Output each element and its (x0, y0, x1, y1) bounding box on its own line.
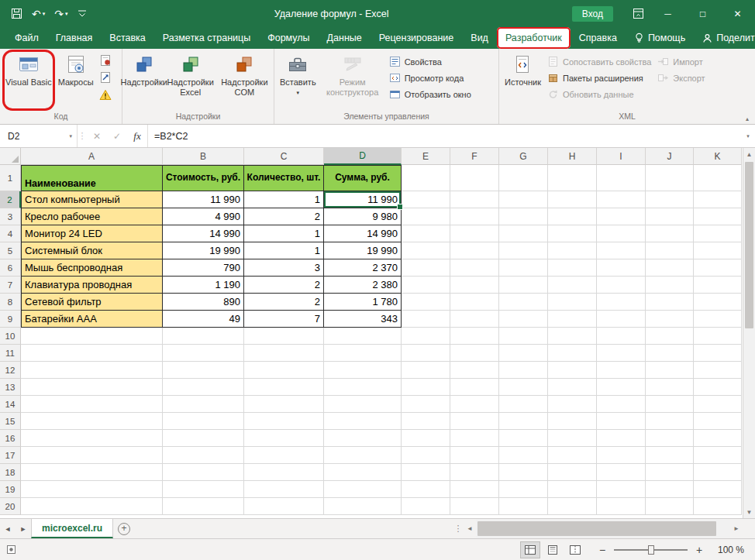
cell-H9[interactable] (548, 311, 597, 328)
cell-I12[interactable] (597, 362, 646, 379)
cell-F8[interactable] (450, 294, 499, 311)
cell-I8[interactable] (597, 294, 646, 311)
cell-K4[interactable] (694, 225, 742, 242)
customize-qat-button[interactable] (73, 4, 91, 24)
cell-I11[interactable] (597, 345, 646, 362)
cell-F15[interactable] (450, 413, 499, 430)
cell-H20[interactable] (548, 498, 597, 515)
cell-B12[interactable] (163, 362, 244, 379)
vscroll-track[interactable] (743, 160, 755, 506)
undo-button[interactable]: ↶ ▾ (27, 4, 50, 24)
expansion-packs-button[interactable]: Пакеты расширения (544, 70, 654, 86)
cell-D16[interactable] (324, 430, 402, 447)
row-header-20[interactable]: 20 (0, 498, 21, 515)
cell-C8[interactable]: 2 (244, 294, 324, 311)
cell-F5[interactable] (450, 242, 499, 259)
tab-review[interactable]: Рецензирование (371, 27, 463, 49)
cell-J9[interactable] (646, 311, 694, 328)
zoom-out-button[interactable]: − (598, 544, 607, 556)
cell-C17[interactable] (244, 447, 324, 464)
cell-K10[interactable] (694, 328, 742, 345)
cell-I10[interactable] (597, 328, 646, 345)
cell-H16[interactable] (548, 430, 597, 447)
cell-E20[interactable] (402, 498, 450, 515)
cell-G5[interactable] (499, 242, 548, 259)
cell-E5[interactable] (402, 242, 450, 259)
cell-A10[interactable] (21, 328, 163, 345)
cell-G13[interactable] (499, 379, 548, 396)
cell-E3[interactable] (402, 208, 450, 225)
cell-J20[interactable] (646, 498, 694, 515)
cell-D19[interactable] (324, 481, 402, 498)
cell-G3[interactable] (499, 208, 548, 225)
cell-D7[interactable]: 2 380 (324, 277, 402, 294)
tab-insert[interactable]: Вставка (101, 27, 153, 49)
cell-F2[interactable] (450, 191, 499, 208)
cell-E1[interactable] (402, 165, 450, 191)
cell-K5[interactable] (694, 242, 742, 259)
row-header-19[interactable]: 19 (0, 481, 21, 498)
column-header-G[interactable]: G (499, 148, 548, 165)
tab-data[interactable]: Данные (319, 27, 371, 49)
cell-D11[interactable] (324, 345, 402, 362)
cell-F18[interactable] (450, 464, 499, 481)
cell-H18[interactable] (548, 464, 597, 481)
redo-button[interactable]: ↷ ▾ (50, 4, 72, 24)
row-header-15[interactable]: 15 (0, 413, 21, 430)
cell-E7[interactable] (402, 277, 450, 294)
insert-function-button[interactable]: fx (127, 125, 147, 147)
column-header-B[interactable]: B (163, 148, 244, 165)
cell-D6[interactable]: 2 370 (324, 259, 402, 277)
cell-G4[interactable] (499, 225, 548, 242)
zoom-slider-thumb[interactable] (648, 545, 654, 555)
collapse-ribbon-button[interactable]: ▴ (746, 115, 749, 122)
cell-A11[interactable] (21, 345, 163, 362)
row-header-1[interactable]: 1 (0, 165, 21, 191)
confirm-entry-button[interactable]: ✓ (107, 125, 127, 147)
cell-F6[interactable] (450, 259, 499, 277)
run-dialog-button[interactable]: Отобразить окно (386, 86, 474, 102)
cell-B3[interactable]: 4 990 (163, 208, 244, 225)
cell-F14[interactable] (450, 396, 499, 413)
tab-share[interactable]: Поделиться (694, 27, 755, 49)
cell-G20[interactable] (499, 498, 548, 515)
cell-D14[interactable] (324, 396, 402, 413)
cell-K19[interactable] (694, 481, 742, 498)
cell-B13[interactable] (163, 379, 244, 396)
cell-K3[interactable] (694, 208, 742, 225)
cell-B19[interactable] (163, 481, 244, 498)
cell-A5[interactable]: Системный блок (21, 242, 163, 259)
cell-J11[interactable] (646, 345, 694, 362)
cell-A16[interactable] (21, 430, 163, 447)
cell-C12[interactable] (244, 362, 324, 379)
cell-B1[interactable]: Стоимость, руб. (163, 165, 244, 191)
row-header-2[interactable]: 2 (0, 191, 21, 208)
cell-H11[interactable] (548, 345, 597, 362)
cell-B2[interactable]: 11 990 (163, 191, 244, 208)
cell-H17[interactable] (548, 447, 597, 464)
cell-J17[interactable] (646, 447, 694, 464)
addins-button[interactable]: Надстройки (125, 50, 164, 111)
properties-button[interactable]: Свойства (386, 53, 474, 70)
cell-C13[interactable] (244, 379, 324, 396)
maximize-button[interactable]: □ (685, 0, 720, 27)
xml-source-button[interactable]: Источник (502, 50, 544, 111)
cell-F20[interactable] (450, 498, 499, 515)
cell-K14[interactable] (694, 396, 742, 413)
cell-C1[interactable]: Количество, шт. (244, 165, 324, 191)
select-all-corner[interactable] (0, 148, 21, 165)
new-sheet-button[interactable]: + (113, 519, 135, 538)
cell-D3[interactable]: 9 980 (324, 208, 402, 225)
cell-D5[interactable]: 19 990 (324, 242, 402, 259)
cell-J16[interactable] (646, 430, 694, 447)
cell-H12[interactable] (548, 362, 597, 379)
column-header-J[interactable]: J (646, 148, 694, 165)
horizontal-scrollbar[interactable]: ◄ ► (464, 519, 743, 538)
cell-E6[interactable] (402, 259, 450, 277)
cell-G16[interactable] (499, 430, 548, 447)
tab-home[interactable]: Главная (47, 27, 102, 49)
cell-K1[interactable] (694, 165, 742, 191)
row-header-4[interactable]: 4 (0, 225, 21, 242)
cell-H5[interactable] (548, 242, 597, 259)
cell-G15[interactable] (499, 413, 548, 430)
